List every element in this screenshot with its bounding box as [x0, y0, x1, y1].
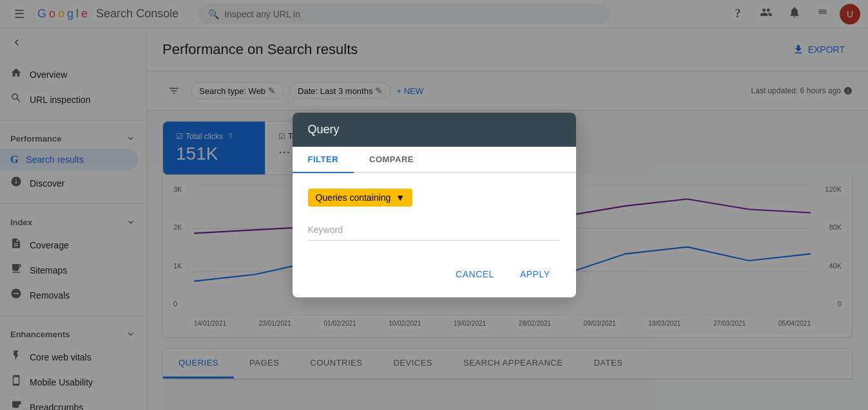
keyword-input[interactable] [308, 219, 561, 241]
modal-overlay[interactable]: Query FILTER COMPARE Queries containing … [0, 0, 868, 410]
modal-footer: CANCEL APPLY [293, 256, 576, 297]
modal-tabs: FILTER COMPARE [293, 147, 576, 173]
modal-header: Query [293, 113, 576, 147]
dropdown-label: Queries containing [316, 192, 391, 203]
modal-tab-compare[interactable]: COMPARE [354, 147, 429, 173]
query-modal: Query FILTER COMPARE Queries containing … [293, 113, 576, 297]
modal-title: Query [308, 123, 340, 136]
chevron-down-icon: ▼ [396, 192, 405, 203]
modal-body: Queries containing ▼ [293, 173, 576, 256]
query-type-dropdown[interactable]: Queries containing ▼ [308, 189, 413, 207]
cancel-button[interactable]: CANCEL [445, 264, 505, 284]
modal-tab-filter[interactable]: FILTER [293, 147, 354, 173]
dropdown-row: Queries containing ▼ [308, 189, 561, 207]
apply-button[interactable]: APPLY [510, 264, 561, 284]
